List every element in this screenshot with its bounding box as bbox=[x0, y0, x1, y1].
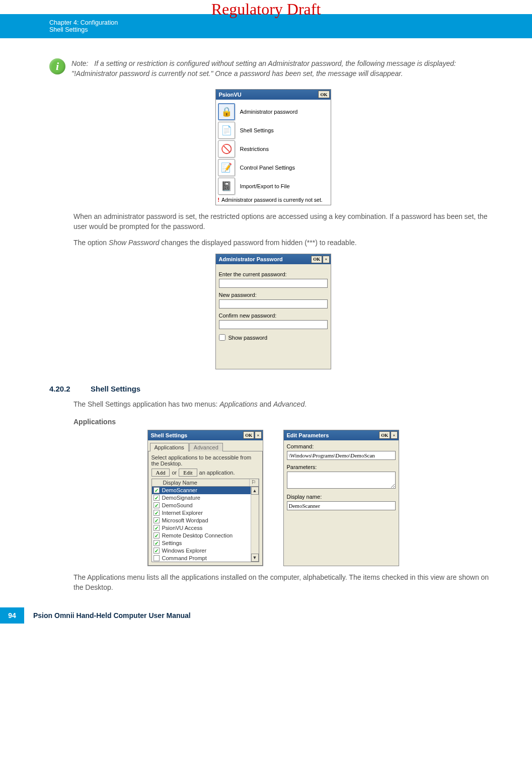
label-confirm: Confirm new password: bbox=[219, 313, 328, 319]
list-body: ✓DemoScanner⚐✓DemoSignature⚐✓DemoSound⚐✓… bbox=[151, 487, 259, 562]
item-name: DemoSignature bbox=[161, 495, 251, 501]
list-item[interactable]: ✓PsionVU Access⚐ bbox=[152, 524, 259, 532]
list-item[interactable]: ✓Remote Desktop Connection⚐ bbox=[152, 532, 259, 539]
text: The option bbox=[73, 239, 109, 247]
shell-icon: 📄 bbox=[218, 122, 235, 139]
list-item[interactable]: ✓Settings⚐ bbox=[152, 539, 259, 547]
restrict-icon: 🚫 bbox=[218, 140, 235, 158]
editparams-title: Edit Parameters bbox=[287, 432, 329, 438]
section-number: 4.20.2 bbox=[49, 384, 91, 393]
label-command: Command: bbox=[287, 443, 396, 449]
displayname-input[interactable] bbox=[287, 501, 396, 510]
scroll-up-icon[interactable]: ▲ bbox=[251, 487, 259, 495]
close-button[interactable]: × bbox=[391, 431, 397, 439]
command-input[interactable] bbox=[287, 451, 396, 460]
checkbox[interactable]: ✓ bbox=[154, 502, 160, 508]
parameters-input[interactable] bbox=[287, 472, 396, 489]
scroll-track[interactable] bbox=[251, 495, 259, 554]
col-displayname: Display Name bbox=[161, 479, 250, 486]
note-text: If a setting or restriction is configure… bbox=[71, 59, 456, 78]
list-item[interactable]: ✓DemoSignature⚐ bbox=[152, 494, 259, 502]
list-item[interactable]: ✓DemoSound⚐ bbox=[152, 502, 259, 509]
note-block: i Note: If a setting or restriction is c… bbox=[49, 58, 497, 79]
confirm-password-input[interactable] bbox=[219, 320, 328, 329]
psionvu-item-admin[interactable]: 🔒 Administrator password bbox=[218, 103, 329, 120]
note-label: Note: bbox=[71, 59, 88, 67]
show-password-check[interactable]: Show password bbox=[219, 334, 328, 341]
ok-button[interactable]: OK bbox=[243, 431, 254, 439]
close-button[interactable]: × bbox=[255, 431, 261, 439]
lock-icon: 🔒 bbox=[218, 103, 235, 120]
psionvu-label: Shell Settings bbox=[240, 127, 274, 133]
col-flag-icon: ⚐ bbox=[250, 479, 259, 486]
list-item[interactable]: ✓Internet Explorer⚐ bbox=[152, 509, 259, 517]
paragraph-1: When an administrator password is set, t… bbox=[73, 211, 497, 232]
shell-titlebar[interactable]: Shell Settings OK × bbox=[148, 430, 263, 440]
checkbox[interactable]: ✓ bbox=[154, 510, 160, 516]
scroll-down-icon[interactable]: ▼ bbox=[251, 554, 259, 562]
psionvu-item-import[interactable]: 📓 Import/Export to File bbox=[218, 178, 329, 195]
psionvu-item-restrict[interactable]: 🚫 Restrictions bbox=[218, 140, 329, 158]
list-item[interactable]: ✓Command Prompt⚐ bbox=[152, 555, 259, 562]
label-parameters: Parameters: bbox=[287, 464, 396, 470]
close-button[interactable]: × bbox=[323, 256, 329, 263]
item-name: Command Prompt bbox=[161, 555, 251, 561]
tab-applications[interactable]: Applications bbox=[150, 443, 189, 451]
list-item[interactable]: ✓Windows Explorer⚐ bbox=[152, 547, 259, 555]
scrollbar[interactable]: ▲ ▼ bbox=[251, 487, 259, 562]
section-title: Shell Settings bbox=[91, 384, 140, 393]
item-name: DemoSound bbox=[161, 502, 251, 508]
warning-text: Administrator password is currently not … bbox=[221, 197, 323, 203]
list-header[interactable]: Display Name ⚐ bbox=[151, 479, 259, 487]
adminpw-titlebar[interactable]: Administrator Password OK × bbox=[216, 254, 331, 264]
editparams-titlebar[interactable]: Edit Parameters OK × bbox=[284, 430, 399, 440]
ok-button[interactable]: OK bbox=[311, 256, 322, 263]
checkbox[interactable]: ✓ bbox=[154, 532, 160, 538]
new-password-input[interactable] bbox=[219, 299, 328, 308]
checkbox[interactable]: ✓ bbox=[154, 517, 160, 523]
add-button[interactable]: Add bbox=[151, 469, 170, 477]
page-number: 94 bbox=[0, 607, 24, 624]
checkbox[interactable]: ✓ bbox=[154, 525, 160, 531]
checkbox[interactable]: ✓ bbox=[154, 548, 160, 554]
info-icon: i bbox=[49, 58, 65, 74]
checkbox[interactable]: ✓ bbox=[154, 540, 160, 546]
item-name: DemoScanner bbox=[161, 487, 251, 493]
label-displayname: Display name: bbox=[287, 494, 396, 500]
admin-password-window: Administrator Password OK × Enter the cu… bbox=[215, 254, 331, 369]
text: The Shell Settings application has two m… bbox=[73, 400, 219, 408]
item-name: Microsoft Wordpad bbox=[161, 517, 251, 523]
subheading-applications: Applications bbox=[73, 418, 497, 426]
show-password-label: Show password bbox=[229, 335, 268, 341]
psionvu-window: PsionVU OK 🔒 Administrator password 📄 Sh… bbox=[215, 89, 331, 205]
checkbox[interactable]: ✓ bbox=[154, 487, 160, 493]
page-footer: 94 Psion Omnii Hand-Held Computer User M… bbox=[0, 607, 532, 634]
psionvu-item-shell[interactable]: 📄 Shell Settings bbox=[218, 122, 329, 139]
list-item[interactable]: ✓DemoScanner⚐ bbox=[152, 487, 259, 494]
adminpw-title: Administrator Password bbox=[219, 256, 283, 262]
show-password-checkbox[interactable] bbox=[219, 334, 225, 341]
label-new: New password: bbox=[219, 292, 328, 298]
checkbox[interactable]: ✓ bbox=[154, 495, 160, 501]
edit-button[interactable]: Edit bbox=[179, 469, 197, 477]
psionvu-title: PsionVU bbox=[219, 92, 242, 98]
ok-button[interactable]: OK bbox=[318, 91, 329, 98]
text: changes the displayed password from hidd… bbox=[159, 239, 356, 247]
cpanel-icon: 📝 bbox=[218, 159, 235, 176]
list-item[interactable]: ✓Microsoft Wordpad⚐ bbox=[152, 517, 259, 524]
tab-advanced[interactable]: Advanced bbox=[189, 443, 223, 451]
warning-row: ! Administrator password is currently no… bbox=[218, 197, 329, 203]
paragraph-3: The Shell Settings application has two m… bbox=[73, 399, 497, 409]
psionvu-label: Control Panel Settings bbox=[240, 165, 295, 171]
text-italic: Applications bbox=[219, 400, 258, 408]
ok-button[interactable]: OK bbox=[379, 431, 390, 439]
header-line1: Chapter 4: Configuration bbox=[49, 19, 532, 26]
text-italic: Advanced bbox=[273, 400, 305, 408]
item-name: Remote Desktop Connection bbox=[161, 532, 251, 538]
psionvu-item-cpanel[interactable]: 📝 Control Panel Settings bbox=[218, 159, 329, 176]
checkbox[interactable]: ✓ bbox=[154, 555, 160, 561]
footer-title: Psion Omnii Hand-Held Computer User Manu… bbox=[33, 611, 191, 620]
current-password-input[interactable] bbox=[219, 279, 328, 288]
psionvu-titlebar[interactable]: PsionVU OK bbox=[216, 90, 331, 100]
item-name: Internet Explorer bbox=[161, 510, 251, 516]
